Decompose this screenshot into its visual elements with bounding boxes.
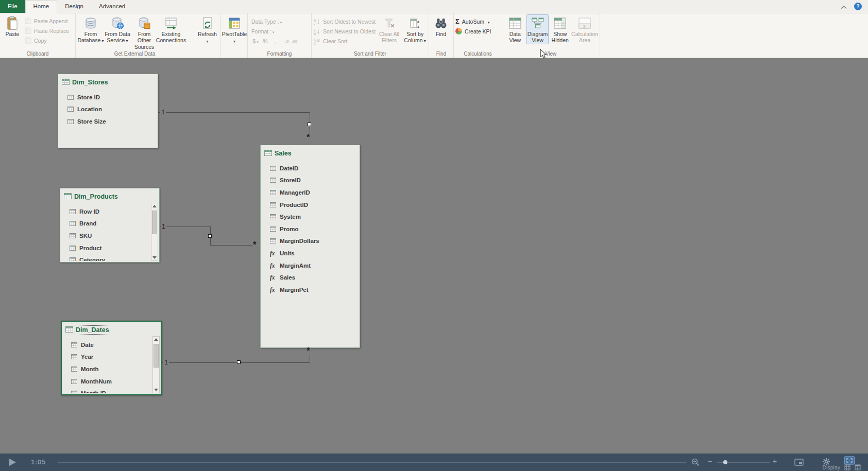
- field-month-id[interactable]: Month ID: [63, 387, 152, 393]
- copy-button[interactable]: Copy: [25, 36, 69, 45]
- format-dropdown[interactable]: Format :: [251, 26, 299, 36]
- zoom-minus-button[interactable]: −: [708, 457, 712, 465]
- relationship-handle[interactable]: [208, 234, 212, 238]
- field-system[interactable]: System: [262, 211, 359, 223]
- grid-view-icon[interactable]: [844, 464, 850, 470]
- diagram-canvas[interactable]: Dim_Stores Store IDLocationStore Size Di…: [0, 58, 868, 453]
- paste-button[interactable]: Paste: [2, 14, 23, 37]
- comma-style-button[interactable]: ,: [271, 37, 279, 45]
- scroll-up-arrow[interactable]: [154, 338, 158, 341]
- zoom-plus-button[interactable]: +: [773, 457, 777, 465]
- table-sales[interactable]: Sales DateIDStoreIDManagerIDProductIDSys…: [260, 145, 360, 348]
- create-kpi-button[interactable]: Create KPI: [455, 26, 491, 36]
- field-storeid[interactable]: StoreID: [262, 175, 359, 187]
- relationship-line[interactable]: [310, 355, 310, 362]
- table-header[interactable]: Dim_Stores: [58, 74, 158, 87]
- field-location[interactable]: Location: [59, 103, 157, 116]
- currency-format-button[interactable]: $: [251, 37, 260, 45]
- column-icon: [270, 202, 277, 207]
- decrease-decimal-button[interactable]: .00: [291, 37, 299, 45]
- play-button[interactable]: [9, 459, 16, 466]
- from-database-button[interactable]: From Database: [77, 14, 104, 44]
- relationship-line[interactable]: [210, 245, 257, 246]
- table-header[interactable]: Sales: [261, 145, 360, 158]
- vertical-scrollbar[interactable]: [151, 203, 158, 261]
- from-data-service-button[interactable]: From Data Service: [104, 14, 131, 44]
- pivottable-button[interactable]: PivotTable: [223, 14, 246, 44]
- paste-append-button[interactable]: Paste Append: [25, 16, 69, 26]
- percent-format-button[interactable]: %: [261, 37, 269, 45]
- relationship-line[interactable]: [160, 226, 210, 227]
- field-productid[interactable]: ProductID: [262, 199, 359, 211]
- field-month[interactable]: Month: [63, 363, 152, 375]
- calculation-area-button[interactable]: Σ Calculation Area: [571, 14, 598, 44]
- scroll-thumb[interactable]: [154, 344, 159, 368]
- tab-advanced[interactable]: Advanced: [91, 0, 133, 13]
- other-sources-icon: [138, 15, 151, 31]
- pivottable-dropdown-caret[interactable]: [233, 38, 235, 44]
- relationship-handle[interactable]: [237, 360, 241, 364]
- field-marginamt[interactable]: fxMarginAmt: [262, 259, 359, 272]
- clear-sort-button[interactable]: AZ Clear Sort: [313, 36, 376, 46]
- fullscreen-button[interactable]: [844, 456, 855, 465]
- table-dim-dates[interactable]: Dim_Dates DateYearMonthMonthNumMonth ID: [61, 321, 162, 395]
- field-date[interactable]: Date: [63, 339, 152, 351]
- refresh-dropdown-caret[interactable]: [206, 38, 208, 44]
- diagram-view-button[interactable]: Diagram View: [526, 14, 549, 44]
- field-category[interactable]: Category: [61, 254, 150, 261]
- clear-all-filters-button[interactable]: Clear All Filters: [378, 14, 401, 44]
- scroll-down-arrow[interactable]: [154, 389, 158, 391]
- sort-by-column-button[interactable]: az Sort by Column: [403, 14, 427, 44]
- sort-oldest-to-newest-button[interactable]: AZ Sort Oldest to Newest: [313, 16, 376, 26]
- field-sales[interactable]: fxSales: [262, 271, 359, 284]
- field-promo[interactable]: Promo: [262, 223, 359, 235]
- field-managerid[interactable]: ManagerID: [262, 186, 359, 199]
- table-dim-stores[interactable]: Dim_Stores Store IDLocationStore Size: [58, 74, 158, 148]
- field-store-id[interactable]: Store ID: [59, 91, 157, 103]
- relationship-line[interactable]: [158, 112, 310, 113]
- existing-connections-button[interactable]: Existing Connections: [158, 14, 184, 44]
- relationship-handle[interactable]: [308, 123, 311, 126]
- from-other-sources-button[interactable]: From Other Sources: [131, 14, 158, 50]
- field-sku[interactable]: SKU: [61, 230, 150, 242]
- field-marginpct[interactable]: fxMarginPct: [262, 284, 359, 296]
- scroll-thumb[interactable]: [152, 211, 157, 234]
- table-view-icon[interactable]: [855, 464, 861, 470]
- sort-newest-to-oldest-button[interactable]: ZA Sort Newest to Oldest: [313, 26, 376, 36]
- field-monthnum[interactable]: MonthNum: [63, 375, 152, 388]
- autosum-button[interactable]: Σ AutoSum: [455, 16, 491, 26]
- data-type-dropdown[interactable]: Data Type :: [251, 16, 299, 26]
- tab-design[interactable]: Design: [57, 0, 91, 13]
- pip-icon[interactable]: [794, 459, 804, 466]
- refresh-button[interactable]: Refresh: [196, 14, 219, 44]
- seek-bar[interactable]: [58, 462, 686, 463]
- show-hidden-button[interactable]: Show Hidden: [549, 14, 571, 44]
- increase-decimal-button[interactable]: →.0: [281, 37, 289, 45]
- zoom-slider-handle[interactable]: [723, 460, 727, 464]
- vertical-scrollbar[interactable]: [152, 336, 160, 393]
- relationship-line[interactable]: [162, 362, 310, 363]
- column-icon: [70, 246, 76, 251]
- find-button[interactable]: Find: [431, 14, 451, 37]
- field-brand[interactable]: Brand: [61, 218, 150, 230]
- zoom-slider[interactable]: [717, 462, 770, 463]
- field-row-id[interactable]: Row ID: [61, 205, 150, 218]
- field-dateid[interactable]: DateID: [262, 162, 359, 175]
- zoom-out-magnifier-icon[interactable]: [691, 458, 700, 466]
- help-icon[interactable]: ?: [854, 3, 862, 10]
- table-header[interactable]: Dim_Products: [60, 188, 159, 201]
- tab-file[interactable]: File: [0, 0, 25, 13]
- field-margindollars[interactable]: MarginDollars: [262, 235, 359, 248]
- table-dim-products[interactable]: Dim_Products Row IDBrandSKUProductCatego…: [60, 188, 160, 263]
- field-store-size[interactable]: Store Size: [59, 115, 157, 128]
- field-product[interactable]: Product: [61, 242, 150, 254]
- data-view-button[interactable]: Data View: [504, 14, 526, 44]
- field-year[interactable]: Year: [63, 351, 152, 363]
- tab-home[interactable]: Home: [25, 0, 58, 13]
- scroll-down-arrow[interactable]: [152, 256, 157, 259]
- field-units[interactable]: fxUnits: [262, 247, 359, 259]
- paste-replace-button[interactable]: Paste Replace: [25, 26, 69, 36]
- collapse-ribbon-icon[interactable]: [841, 2, 847, 11]
- scroll-up-arrow[interactable]: [152, 205, 157, 207]
- table-header[interactable]: Dim_Dates: [62, 322, 161, 335]
